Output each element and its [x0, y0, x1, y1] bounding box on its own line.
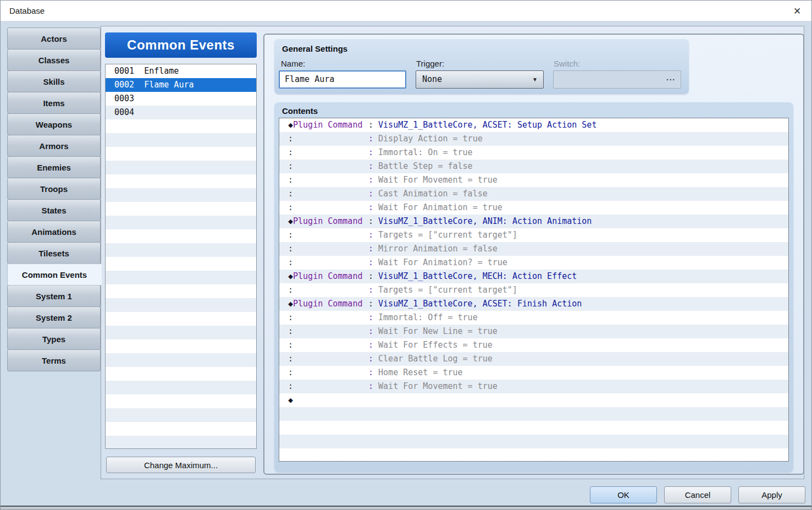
sidebar-tab-items[interactable]: Items	[7, 92, 101, 114]
command-param-row[interactable]: :: Clear Battle Log = true	[279, 352, 788, 366]
event-item-empty[interactable]	[106, 381, 256, 394]
event-item-empty[interactable]	[106, 271, 256, 284]
event-item-empty[interactable]	[106, 394, 256, 408]
command-param-row[interactable]: :: Targets = ["current target"]	[279, 228, 788, 242]
close-icon[interactable]: ✕	[786, 3, 808, 19]
titlebar: Database ✕	[1, 1, 812, 21]
command-param-row[interactable]: :: Home Reset = true	[279, 366, 788, 380]
change-maximum-button[interactable]: Change Maximum...	[106, 457, 256, 473]
command-param-row[interactable]: :: Wait For Movement = true	[279, 380, 788, 393]
event-item-empty[interactable]	[106, 339, 256, 353]
command-row[interactable]: ◆Plugin Command: VisuMZ_1_BattleCore, AC…	[279, 118, 788, 132]
sidebar-tab-animations[interactable]: Animations	[7, 221, 101, 243]
event-item-empty[interactable]	[106, 422, 256, 436]
command-empty-row[interactable]	[279, 448, 788, 462]
ok-button[interactable]: OK	[590, 486, 657, 503]
command-cursor-row[interactable]: ◆	[279, 393, 788, 407]
event-item-empty[interactable]	[106, 161, 256, 174]
event-item-empty[interactable]	[106, 174, 256, 188]
command-param-row[interactable]: :: Wait For Movement = true	[279, 173, 788, 187]
event-item-0001[interactable]: 0001 Enflame	[106, 64, 256, 78]
contents-title: Contents	[282, 106, 318, 116]
window-bottom-edge	[1, 506, 812, 509]
event-item-empty[interactable]	[106, 188, 256, 202]
sidebar-tab-system-2[interactable]: System 2	[7, 306, 101, 328]
trigger-label: Trigger:	[416, 59, 444, 68]
command-empty-row[interactable]	[279, 407, 788, 421]
sidebar-tab-system-1[interactable]: System 1	[7, 285, 101, 307]
sidebar-tab-armors[interactable]: Armors	[7, 135, 101, 157]
command-param-row[interactable]: :: Wait For Animation = true	[279, 201, 788, 215]
command-param-row[interactable]: :: Cast Animation = false	[279, 187, 788, 201]
event-item-empty[interactable]	[106, 367, 256, 381]
sidebar-tab-tilesets[interactable]: Tilesets	[7, 242, 101, 264]
command-param-row[interactable]: :: Wait For New Line = true	[279, 325, 788, 338]
event-item-empty[interactable]	[106, 436, 256, 449]
event-item-empty[interactable]	[106, 284, 256, 298]
event-item-empty[interactable]	[106, 353, 256, 367]
switch-field: ···	[553, 70, 681, 89]
command-row[interactable]: ◆Plugin Command: VisuMZ_1_BattleCore, AC…	[279, 297, 788, 311]
command-empty-row[interactable]	[279, 435, 788, 448]
name-label: Name:	[281, 59, 305, 68]
sidebar-tab-states[interactable]: States	[7, 199, 101, 221]
diamond-icon: ◆	[288, 299, 293, 309]
sidebar-tab-troops[interactable]: Troops	[7, 178, 101, 200]
sidebar-tab-skills[interactable]: Skills	[7, 70, 101, 92]
event-item-0002[interactable]: 0002 Flame Aura	[106, 78, 256, 92]
command-param-row[interactable]: :: Immortal: Off = true	[279, 311, 788, 325]
sidebar-tab-actors[interactable]: Actors	[7, 28, 101, 50]
diamond-icon: ◆	[288, 271, 293, 281]
diamond-icon: ◆	[288, 216, 293, 226]
command-param-row[interactable]: :: Mirror Animation = false	[279, 242, 788, 256]
event-item-empty[interactable]	[106, 243, 256, 257]
event-item-empty[interactable]	[106, 408, 256, 422]
event-item-empty[interactable]	[106, 229, 256, 243]
common-events-header: Common Events	[105, 32, 257, 58]
trigger-select[interactable]: None ▼	[416, 70, 544, 89]
command-param-row[interactable]: :: Battle Step = false	[279, 160, 788, 173]
trigger-value: None	[422, 74, 442, 84]
command-row[interactable]: ◆Plugin Command: VisuMZ_1_BattleCore, ME…	[279, 270, 788, 283]
cancel-button[interactable]: Cancel	[664, 486, 731, 503]
event-item-empty[interactable]	[106, 133, 256, 147]
event-item-empty[interactable]	[106, 202, 256, 216]
sidebar-tabs: ActorsClassesSkillsItemsWeaponsArmorsEne…	[7, 28, 102, 371]
sidebar-tab-classes[interactable]: Classes	[7, 49, 101, 71]
window-title: Database	[9, 6, 45, 15]
sidebar-tab-enemies[interactable]: Enemies	[7, 156, 101, 178]
event-item-0003[interactable]: 0003	[106, 92, 256, 106]
common-events-list[interactable]: 0001 Enflame0002 Flame Aura00030004	[105, 64, 257, 449]
chevron-down-icon: ▼	[532, 71, 538, 88]
command-param-row[interactable]: :: Wait For Effects = true	[279, 338, 788, 352]
event-item-empty[interactable]	[106, 119, 256, 133]
database-dialog: Database ✕ ActorsClassesSkillsItemsWeapo…	[0, 0, 812, 510]
sidebar-tab-types[interactable]: Types	[7, 328, 101, 350]
command-row[interactable]: ◆Plugin Command: VisuMZ_1_BattleCore, AN…	[279, 215, 788, 228]
event-item-empty[interactable]	[106, 326, 256, 339]
sidebar-tab-terms[interactable]: Terms	[7, 349, 101, 371]
event-item-empty[interactable]	[106, 147, 256, 161]
event-item-empty[interactable]	[106, 298, 256, 312]
event-item-empty[interactable]	[106, 312, 256, 326]
event-item-empty[interactable]	[106, 216, 256, 229]
command-empty-row[interactable]	[279, 421, 788, 435]
event-item-0004[interactable]: 0004	[106, 106, 256, 119]
switch-label: Switch:	[554, 59, 580, 68]
general-settings-title: General Settings	[282, 44, 347, 53]
event-item-empty[interactable]	[106, 257, 256, 271]
diamond-icon: ◆	[288, 120, 293, 130]
diamond-icon: ◆	[288, 395, 293, 405]
command-param-row[interactable]: :: Immortal: On = true	[279, 146, 788, 160]
apply-button[interactable]: Apply	[738, 486, 805, 503]
name-input[interactable]: Flame Aura	[279, 70, 406, 89]
command-param-row[interactable]: :: Wait For Animation? = true	[279, 256, 788, 270]
command-param-row[interactable]: :: Targets = ["current target"]	[279, 283, 788, 297]
sidebar-tab-weapons[interactable]: Weapons	[7, 113, 101, 135]
sidebar-tab-common-events[interactable]: Common Events	[7, 264, 102, 286]
event-commands-list[interactable]: ◆Plugin Command: VisuMZ_1_BattleCore, AC…	[279, 118, 789, 462]
command-param-row[interactable]: :: Display Action = true	[279, 132, 788, 146]
browse-dots-icon: ···	[666, 71, 676, 88]
